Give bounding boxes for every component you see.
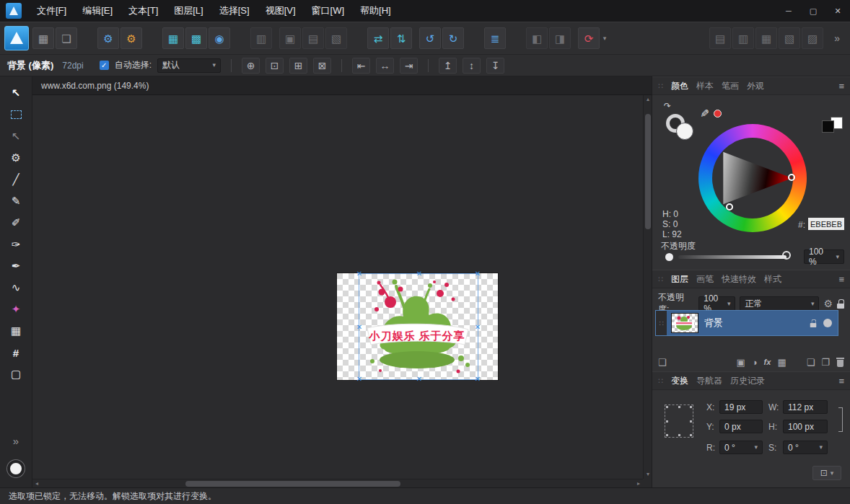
duplicate-layer-icon[interactable]: ❑ — [658, 357, 667, 368]
opacity-slider-knob[interactable] — [782, 251, 791, 260]
transform-origin-icon[interactable]: ⊕ — [242, 58, 260, 74]
opacity-slider[interactable] — [678, 255, 787, 259]
align-top-icon[interactable]: ↥ — [439, 58, 457, 74]
swap-colors-icon[interactable]: ↷ — [664, 101, 671, 111]
x-input[interactable]: 19 px — [719, 400, 763, 414]
snapping-icon[interactable]: ◉ — [209, 27, 230, 49]
arrange-back-icon[interactable]: ▧ — [325, 27, 347, 49]
cycle-selection-box-icon[interactable]: ⊡ — [266, 58, 284, 74]
menu-text[interactable]: 文本[T] — [121, 0, 166, 22]
fill-stroke-swatch[interactable] — [7, 460, 25, 477]
export-persona-icon[interactable]: ❏ — [56, 27, 77, 49]
close-button[interactable]: ✕ — [825, 0, 850, 22]
panel-grip-icon[interactable]: ∷ — [658, 81, 663, 91]
canvas-viewport[interactable]: 小刀娱乐 乐于分享 ✕ ✕ ✕ ✕ ✕ ✕ ✕ ✕ — [32, 95, 643, 479]
primary-color-swatch[interactable] — [822, 120, 834, 133]
minimize-button[interactable]: ─ — [776, 0, 801, 22]
fill-color-swatch[interactable] — [676, 123, 693, 140]
rotation-dropdown[interactable]: 0 ° ▾ — [719, 441, 763, 454]
document-tab[interactable]: www.x6d.com.png (149.4%) — [41, 81, 149, 91]
tab-navigator[interactable]: 导航器 — [696, 375, 722, 387]
auto-select-dropdown[interactable]: 默认 ▾ — [157, 58, 221, 73]
opacity-zero-knob[interactable] — [665, 253, 673, 261]
eyedropper-icon[interactable]: ✎ — [698, 109, 711, 118]
menu-edit[interactable]: 编辑[E] — [74, 0, 121, 22]
tab-quick-fx[interactable]: 快速特效 — [722, 273, 756, 286]
move-tool-icon[interactable]: ↖ — [4, 82, 27, 104]
insert-inside-icon[interactable]: ◧ — [526, 27, 548, 49]
menu-window[interactable]: 窗口[W] — [304, 0, 353, 22]
auto-select-checkbox[interactable]: ✓ — [100, 61, 109, 70]
blend-options-gear-icon[interactable]: ⚙ — [823, 298, 833, 309]
marker-tool-icon[interactable]: ✐ — [4, 212, 27, 234]
selection-handle-mr[interactable]: ✕ — [474, 324, 481, 331]
layer-mask-icon[interactable]: ▦ — [777, 357, 786, 368]
show-handles-icon[interactable]: ⊞ — [289, 58, 307, 74]
color-cycle-chevron-down-icon[interactable]: ▾ — [600, 35, 609, 42]
color-cycle-icon[interactable]: ⟳ — [578, 27, 600, 49]
picked-color-dot[interactable] — [714, 110, 722, 118]
tab-color[interactable]: 颜色 — [671, 80, 688, 92]
blend-mode-dropdown[interactable]: 正常 ▾ — [740, 296, 819, 311]
rotate-ccw-icon[interactable]: ↺ — [419, 27, 441, 49]
layer-row-background[interactable]: ∷ 背景 — [655, 310, 838, 336]
gear-orange-icon[interactable]: ⚙ — [121, 27, 142, 49]
align-middle-icon[interactable]: ↕ — [463, 58, 481, 74]
view-mode-d-icon[interactable]: ▧ — [779, 27, 800, 49]
new-group-icon[interactable]: ❐ — [821, 357, 830, 368]
menu-layer[interactable]: 图层[L] — [166, 0, 211, 22]
horizontal-scroll-thumb[interactable] — [185, 481, 400, 487]
tab-styles[interactable]: 样式 — [764, 273, 781, 286]
crop-tool-icon[interactable]: # — [4, 342, 27, 363]
selection-handle-bl[interactable]: ✕ — [356, 376, 363, 383]
shape-tool-icon[interactable]: ▢ — [4, 363, 27, 385]
tab-history[interactable]: 历史记录 — [730, 375, 765, 387]
marquee-tool-icon[interactable] — [4, 104, 27, 125]
layer-grip-icon[interactable]: ∷ — [656, 311, 667, 335]
color-wheel[interactable] — [698, 124, 807, 232]
flip-horizontal-icon[interactable]: ⇄ — [367, 27, 389, 49]
menu-view[interactable]: 视图[V] — [258, 0, 304, 22]
maximize-button[interactable]: ▢ — [801, 0, 825, 22]
horizontal-scrollbar[interactable]: ◂ ▸ — [32, 479, 643, 487]
tab-swatches[interactable]: 样本 — [696, 80, 714, 92]
panel-grip-icon[interactable]: ∷ — [658, 376, 663, 386]
anchor-point-selector[interactable] — [665, 404, 693, 438]
brush-tool-icon[interactable]: ✑ — [4, 234, 27, 255]
align-bottom-icon[interactable]: ↧ — [486, 58, 504, 74]
designer-persona-icon[interactable] — [4, 26, 29, 50]
panel-menu-icon[interactable]: ≡ — [838, 274, 844, 285]
view-mode-a-icon[interactable]: ▤ — [709, 27, 731, 49]
pipette-tool-icon[interactable]: ✒ — [4, 255, 27, 277]
vertical-scroll-thumb[interactable] — [645, 114, 651, 229]
document-artwork[interactable]: 小刀娱乐 乐于分享 ✕ ✕ ✕ ✕ ✕ ✕ ✕ ✕ — [337, 273, 498, 380]
hex-input[interactable]: EBEBEB — [808, 218, 844, 230]
layer-effects-icon[interactable]: fx — [764, 358, 771, 366]
tab-layers[interactable]: 图层 — [671, 273, 688, 286]
hue-marker[interactable] — [726, 203, 733, 211]
transform-mode-button[interactable]: ⊡ ▾ — [812, 466, 841, 480]
align-right-icon[interactable]: ⇥ — [400, 58, 418, 74]
layer-opacity-dropdown[interactable]: 100 % ▾ — [698, 296, 735, 311]
node-tool-icon[interactable]: ↖ — [4, 125, 27, 147]
hide-selection-icon[interactable]: ⊠ — [313, 58, 331, 74]
lock-layer-icon[interactable] — [837, 299, 844, 309]
smudge-tool-icon[interactable]: ∿ — [4, 277, 27, 299]
pixel-persona-icon[interactable]: ▦ — [32, 27, 54, 49]
layer-locked-icon[interactable] — [810, 319, 817, 327]
layer-visibility-toggle[interactable] — [823, 319, 832, 327]
adjustment-icon[interactable]: ◑ — [752, 357, 758, 368]
selection-handle-br[interactable]: ✕ — [474, 376, 481, 383]
layer-thumbnail[interactable] — [671, 313, 698, 333]
align-left-icon[interactable]: ⇤ — [352, 58, 370, 74]
color-triangle[interactable] — [713, 138, 792, 218]
selection-handle-tc[interactable]: ✕ — [416, 270, 423, 278]
delete-layer-icon[interactable] — [836, 358, 844, 367]
vertical-scrollbar[interactable]: ▴ ▾ — [643, 95, 652, 479]
align-center-icon[interactable]: ↔ — [376, 58, 394, 74]
tab-transform[interactable]: 变换 — [671, 375, 688, 387]
gear-blue-icon[interactable]: ⚙ — [97, 27, 119, 49]
view-mode-b-icon[interactable]: ▥ — [732, 27, 754, 49]
arrange-middle-icon[interactable]: ▤ — [302, 27, 324, 49]
opacity-dropdown[interactable]: 100 % ▾ — [804, 249, 844, 264]
